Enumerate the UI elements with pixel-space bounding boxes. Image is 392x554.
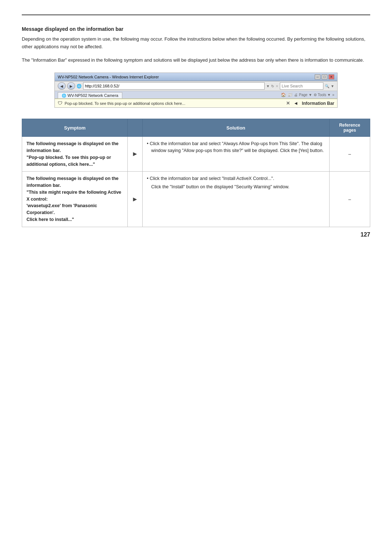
solution-text-2a: Click the information bar and select "In… — [147, 175, 325, 182]
search-icon: 🔍 — [325, 84, 329, 88]
browser-controls: ─ □ ✕ — [315, 74, 334, 79]
tab-favicon: 🌐 — [62, 94, 66, 98]
page-menu[interactable]: Page ▼ — [299, 93, 312, 97]
solution-header: Solution — [142, 119, 329, 137]
close-button[interactable]: ✕ — [328, 74, 334, 79]
arrow-cell-1: ► — [128, 137, 142, 172]
arrow-header — [128, 119, 142, 137]
page-number: 127 — [360, 231, 370, 238]
symptom-header: Symptom — [22, 119, 128, 137]
browser-tab[interactable]: 🌐 WV-NP502 Network Camera — [58, 92, 122, 98]
symptom-cell-2: The following message is displayed on th… — [22, 172, 128, 227]
reference-header: Referencepages — [329, 119, 370, 137]
intro-text-2: The "Information Bar" expressed in the f… — [22, 57, 370, 64]
information-bar: 🛡 Pop-up blocked. To see this pop-up or … — [55, 99, 337, 107]
refresh-icon: 🌐 — [77, 84, 82, 89]
tools-menu[interactable]: ⚙ Tools ▼ — [314, 93, 331, 97]
forward-button[interactable]: ▶ — [67, 82, 75, 90]
browser-address-bar: ◀ ▶ 🌐 ▼ ↻ ✕ 🔍 ▼ — [55, 81, 337, 91]
info-bar-close[interactable]: ✕ — [286, 100, 290, 106]
search-input[interactable] — [280, 82, 323, 90]
solution-cell-1: Click the information bar and select "Al… — [142, 137, 329, 172]
info-bar-arrow-icon: ◄ — [294, 100, 298, 106]
minimize-button[interactable]: ─ — [315, 74, 320, 79]
tab-label: WV-NP502 Network Camera — [68, 93, 118, 98]
refresh-nav-icon: ↻ — [271, 84, 274, 88]
back-button[interactable]: ◀ — [58, 82, 66, 90]
solution-text-1: Click the information bar and select "Al… — [147, 140, 325, 154]
more-icon[interactable]: » — [332, 93, 334, 97]
url-input[interactable] — [83, 82, 265, 90]
browser-toolbar-icons: 🏠 📰 🖨 Page ▼ ⚙ Tools ▼ » — [281, 93, 334, 98]
browser-title-bar: WV-NP502 Network Camera - Windows Intern… — [55, 73, 337, 81]
browser-title-text: WV-NP502 Network Camera - Windows Intern… — [58, 75, 159, 79]
arrow-cell-2: ► — [128, 172, 142, 227]
table-row: The following message is displayed on th… — [22, 137, 370, 172]
print-icon[interactable]: 🖨 — [294, 93, 298, 97]
table-row: The following message is displayed on th… — [22, 172, 370, 227]
browser-tab-bar: 🌐 WV-NP502 Network Camera 🏠 📰 🖨 Page ▼ ⚙… — [55, 91, 337, 99]
symptom-cell-1: The following message is displayed on th… — [22, 137, 128, 172]
solution-text-2b: Click the "Install" button on the displa… — [147, 184, 325, 190]
ref-cell-2: – — [329, 172, 370, 227]
symptom-solution-table: Symptom Solution Referencepages The foll… — [22, 119, 370, 227]
solution-cell-2: Click the information bar and select "In… — [142, 172, 329, 227]
top-border — [22, 15, 370, 15]
home-icon[interactable]: 🏠 — [281, 93, 286, 97]
intro-text-1: Depending on the operation system in use… — [22, 36, 370, 51]
stop-icon: ✕ — [275, 84, 278, 88]
ref-cell-1: – — [329, 137, 370, 172]
dropdown-arrow: ▼ — [266, 84, 270, 88]
feeds-icon[interactable]: 📰 — [287, 93, 293, 97]
maximize-button[interactable]: □ — [322, 74, 327, 79]
browser-mockup: WV-NP502 Network Camera - Windows Intern… — [54, 73, 338, 108]
info-bar-text: Pop-up blocked. To see this pop-up or ad… — [65, 101, 185, 106]
section-title: Message displayed on the information bar — [22, 26, 370, 32]
info-bar-shield-icon: 🛡 — [58, 100, 62, 106]
info-bar-label: Information Bar — [302, 101, 334, 106]
search-dropdown-icon: ▼ — [331, 84, 334, 88]
